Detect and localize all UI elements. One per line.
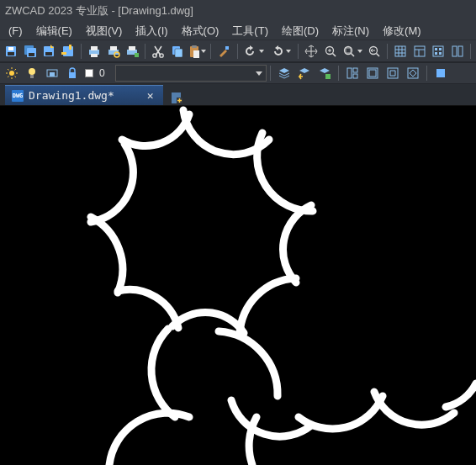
separator [387,44,388,59]
save-icon[interactable] [3,42,19,61]
svg-rect-65 [69,72,76,78]
svg-rect-51 [458,46,463,56]
svg-rect-19 [135,53,139,57]
viewport-clip-icon[interactable] [404,64,422,82]
paste-icon[interactable] [188,42,206,61]
svg-rect-13 [91,54,98,57]
zoom-realtime-icon[interactable] [321,42,338,61]
zoom-previous-icon[interactable] [366,42,383,61]
svg-rect-71 [369,70,376,77]
menu-tools[interactable]: 工具(T) [225,22,275,40]
current-layer-name: 0 [96,67,108,79]
svg-rect-12 [91,46,98,50]
cut-icon[interactable] [150,42,167,61]
publish-icon[interactable] [124,42,140,61]
svg-line-33 [351,53,354,56]
svg-rect-48 [435,52,437,55]
zoom-extents-icon[interactable] [341,42,364,61]
document-tab[interactable]: DWG Drawing1.dwg* ✕ [5,85,163,105]
pan-icon[interactable] [303,42,320,61]
menu-format[interactable]: 格式(O) [175,22,226,40]
svg-rect-42 [415,46,425,56]
separator [237,44,238,59]
save-as-icon[interactable] [40,42,57,61]
svg-rect-49 [439,52,442,55]
drawing-content [0,106,476,465]
sun-icon[interactable] [3,64,21,82]
menu-insert[interactable]: 插入(I) [129,22,174,40]
svg-line-60 [15,69,17,71]
layer-color-swatch[interactable] [85,69,93,77]
drawing-canvas[interactable] [0,106,476,465]
table-icon[interactable] [392,42,409,61]
lightbulb-icon[interactable] [23,64,41,82]
separator [338,66,339,81]
dropdown-arrow-icon [357,50,362,53]
export-icon[interactable] [59,42,76,61]
viewport-tile-icon[interactable] [343,64,362,82]
svg-rect-45 [433,46,443,56]
separator [270,66,271,81]
layer-toolbar: 0 [0,62,476,84]
svg-point-61 [29,68,35,75]
menu-view[interactable]: 视图(V) [79,22,129,40]
undo-button[interactable] [241,42,267,61]
properties-icon[interactable] [411,42,428,61]
svg-point-52 [9,71,14,76]
svg-rect-64 [50,72,55,77]
svg-rect-15 [110,46,117,50]
svg-rect-68 [353,68,357,72]
print-preview-icon[interactable] [104,42,121,61]
separator [145,44,145,59]
menu-edit[interactable]: 编辑(E) [29,22,79,40]
lock-icon[interactable] [63,64,82,82]
dropdown-arrow-icon [259,50,264,53]
svg-rect-69 [353,74,357,78]
svg-line-57 [8,69,9,71]
layer-states-icon[interactable] [315,64,334,82]
design-center-icon[interactable] [430,42,447,61]
svg-rect-62 [30,75,34,78]
redo-button[interactable] [268,42,294,61]
svg-rect-27 [225,46,229,50]
save-all-icon[interactable] [21,42,38,61]
svg-rect-2 [8,47,13,50]
separator [81,44,82,59]
svg-rect-47 [439,48,442,50]
dwg-file-icon: DWG [12,90,24,102]
copy-icon[interactable] [169,42,186,61]
menu-dimension[interactable]: 标注(N) [325,22,376,40]
new-tab-button[interactable] [168,90,185,105]
svg-rect-5 [29,53,34,56]
menu-bar: (F) 编辑(E) 视图(V) 插入(I) 格式(O) 工具(T) 绘图(D) … [0,22,476,40]
svg-rect-1 [8,52,14,55]
menu-draw[interactable]: 绘图(D) [275,22,325,40]
block-icon[interactable] [431,64,450,82]
svg-line-36 [377,53,380,56]
menu-file[interactable]: (F) [2,23,29,39]
svg-rect-26 [193,50,199,58]
separator [470,44,471,59]
svg-line-58 [15,77,17,78]
print-icon[interactable] [86,42,103,61]
viewport-poly-icon[interactable] [383,64,402,82]
main-toolbar [0,40,476,62]
layer-previous-icon[interactable] [295,64,314,82]
separator [426,66,427,81]
svg-rect-66 [325,74,331,79]
svg-rect-18 [129,46,135,50]
svg-rect-37 [395,46,405,56]
tool-palettes-icon[interactable] [449,42,466,61]
svg-rect-25 [192,45,197,48]
layer-isolate-icon[interactable] [43,64,61,82]
svg-line-29 [332,53,336,56]
svg-rect-34 [346,48,351,53]
viewport-single-icon[interactable] [363,64,382,82]
layer-dropdown[interactable] [115,65,267,82]
svg-line-59 [8,77,9,78]
layer-manager-icon[interactable] [275,64,294,82]
menu-modify[interactable]: 修改(M) [376,22,428,40]
close-tab-button[interactable]: ✕ [145,90,156,102]
svg-rect-9 [69,45,71,50]
match-properties-icon[interactable] [215,42,232,61]
